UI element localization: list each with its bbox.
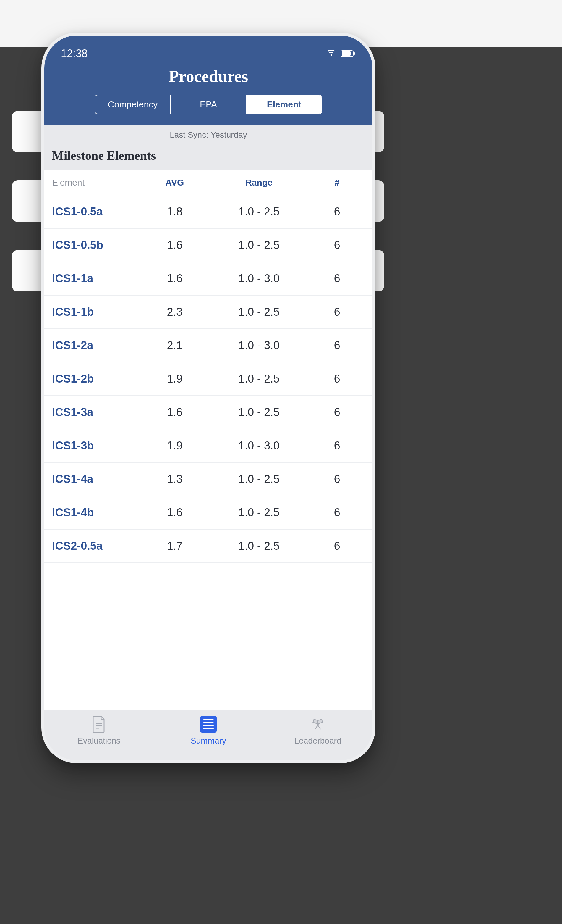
flags-icon <box>309 716 327 733</box>
last-sync-label: Last Sync: Yesturday <box>44 125 372 145</box>
cell-avg: 1.6 <box>141 239 209 252</box>
cell-element: ICS1-1a <box>52 272 141 285</box>
cell-avg: 2.1 <box>141 339 209 352</box>
table-row[interactable]: ICS1-3b1.91.0 - 3.06 <box>44 429 372 463</box>
col-header-range[interactable]: Range <box>209 177 309 188</box>
cell-count: 6 <box>309 372 365 385</box>
cell-element: ICS1-2a <box>52 339 141 352</box>
cell-element: ICS1-3b <box>52 440 141 452</box>
battery-icon <box>341 50 356 57</box>
nav-label: Evaluations <box>78 736 121 746</box>
cell-avg: 1.9 <box>141 440 209 452</box>
table-row[interactable]: ICS1-2a2.11.0 - 3.06 <box>44 329 372 363</box>
cell-count: 6 <box>309 406 365 418</box>
cell-element: ICS2-0.5a <box>52 540 141 552</box>
cell-element: ICS1-4b <box>52 506 141 519</box>
nav-summary[interactable]: Summary <box>154 716 263 760</box>
cell-count: 6 <box>309 239 365 252</box>
cell-range: 1.0 - 2.5 <box>209 406 309 418</box>
cell-range: 1.0 - 3.0 <box>209 440 309 452</box>
cell-range: 1.0 - 2.5 <box>209 206 309 218</box>
cell-count: 6 <box>309 506 365 519</box>
table-row[interactable]: ICS1-0.5a1.81.0 - 2.56 <box>44 195 372 229</box>
cell-range: 1.0 - 2.5 <box>209 306 309 318</box>
cell-range: 1.0 - 3.0 <box>209 339 309 352</box>
cell-element: ICS1-0.5b <box>52 239 141 252</box>
table-row[interactable]: ICS1-1b2.31.0 - 2.56 <box>44 296 372 329</box>
table-row[interactable]: ICS1-4a1.31.0 - 2.56 <box>44 463 372 496</box>
cell-range: 1.0 - 2.5 <box>209 540 309 552</box>
wifi-icon <box>327 50 336 57</box>
table-row[interactable]: ICS2-0.5a1.71.0 - 2.56 <box>44 530 372 563</box>
col-header-element[interactable]: Element <box>52 177 141 188</box>
elements-table: Element AVG Range # ICS1-0.5a1.81.0 - 2.… <box>44 170 372 710</box>
table-row[interactable]: ICS1-1a1.61.0 - 3.06 <box>44 262 372 296</box>
svg-rect-1 <box>342 51 351 56</box>
table-row[interactable]: ICS1-0.5b1.61.0 - 2.56 <box>44 229 372 262</box>
cell-count: 6 <box>309 339 365 352</box>
col-header-avg[interactable]: AVG <box>141 177 209 188</box>
cell-avg: 1.8 <box>141 206 209 218</box>
cell-count: 6 <box>309 206 365 218</box>
cell-count: 6 <box>309 272 365 285</box>
section-title: Milestone Elements <box>44 145 372 170</box>
cell-avg: 1.6 <box>141 272 209 285</box>
cell-count: 6 <box>309 440 365 452</box>
document-icon <box>90 716 108 733</box>
page-title: Procedures <box>44 67 372 86</box>
col-header-count[interactable]: # <box>309 177 365 188</box>
cell-avg: 1.9 <box>141 372 209 385</box>
cell-range: 1.0 - 2.5 <box>209 473 309 486</box>
tab-epa[interactable]: EPA <box>171 95 247 114</box>
bottom-nav: Evaluations Summary <box>44 710 372 760</box>
cell-count: 6 <box>309 540 365 552</box>
cell-count: 6 <box>309 306 365 318</box>
nav-label: Leaderboard <box>294 736 341 746</box>
cell-range: 1.0 - 2.5 <box>209 506 309 519</box>
nav-evaluations[interactable]: Evaluations <box>44 716 154 760</box>
cell-avg: 1.6 <box>141 406 209 418</box>
table-body: ICS1-0.5a1.81.0 - 2.56ICS1-0.5b1.61.0 - … <box>44 195 372 563</box>
app-screen: 12:38 Procedures Competency EPA Element <box>44 36 372 760</box>
app-header: 12:38 Procedures Competency EPA Element <box>44 36 372 125</box>
cell-element: ICS1-4a <box>52 473 141 486</box>
status-bar: 12:38 <box>44 44 372 67</box>
table-row[interactable]: ICS1-4b1.61.0 - 2.56 <box>44 496 372 530</box>
table-row[interactable]: ICS1-3a1.61.0 - 2.56 <box>44 396 372 429</box>
cell-range: 1.0 - 2.5 <box>209 372 309 385</box>
cell-element: ICS1-2b <box>52 372 141 385</box>
phone-mockup: 12:38 Procedures Competency EPA Element <box>41 33 375 764</box>
tab-competency[interactable]: Competency <box>95 95 171 114</box>
segmented-control: Competency EPA Element <box>94 94 322 114</box>
cell-element: ICS1-0.5a <box>52 206 141 218</box>
table-row[interactable]: ICS1-2b1.91.0 - 2.56 <box>44 363 372 396</box>
cell-avg: 1.7 <box>141 540 209 552</box>
cell-avg: 1.3 <box>141 473 209 486</box>
cell-count: 6 <box>309 473 365 486</box>
cell-avg: 1.6 <box>141 506 209 519</box>
status-time: 12:38 <box>61 47 88 60</box>
table-header-row: Element AVG Range # <box>44 170 372 195</box>
cell-range: 1.0 - 2.5 <box>209 239 309 252</box>
cell-avg: 2.3 <box>141 306 209 318</box>
nav-label: Summary <box>191 736 226 746</box>
cell-element: ICS1-3a <box>52 406 141 418</box>
tab-element[interactable]: Element <box>247 95 321 114</box>
status-icons <box>327 50 356 57</box>
svg-rect-2 <box>354 52 355 55</box>
list-icon <box>200 716 217 733</box>
cell-range: 1.0 - 3.0 <box>209 272 309 285</box>
nav-leaderboard[interactable]: Leaderboard <box>263 716 372 760</box>
cell-element: ICS1-1b <box>52 306 141 318</box>
